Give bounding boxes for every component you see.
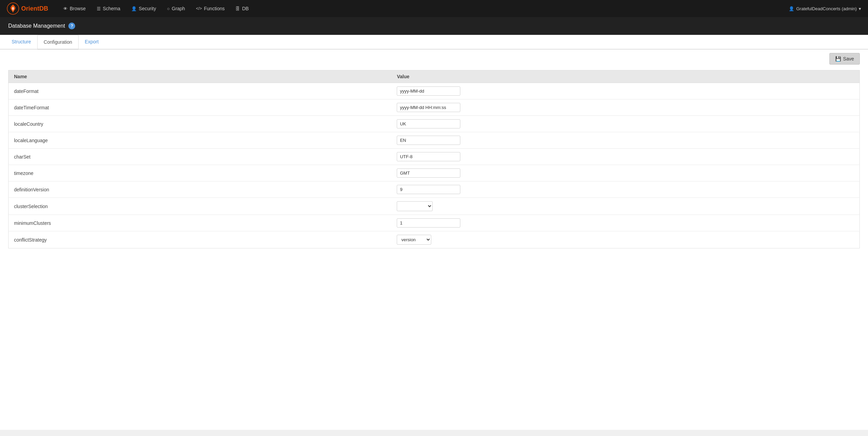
user-icon: 👤 [789,6,794,11]
functions-icon: </> [196,6,202,11]
input-localeLanguage[interactable] [397,136,460,145]
input-localeCountry[interactable] [397,119,460,128]
brand-logo[interactable]: OrientDB [7,2,48,15]
schema-icon: ☰ [97,6,101,11]
save-label: Save [843,56,854,62]
browse-icon: 👁 [63,6,68,11]
row-name-2: localeCountry [9,116,392,132]
config-table-container: Name Value dateFormatdateTimeFormatlocal… [0,70,868,257]
help-button[interactable]: ? [68,23,75,29]
row-name-8: minimumClusters [9,215,392,231]
nav-functions[interactable]: </> Functions [191,3,229,14]
nav-graph[interactable]: ○ Graph [162,3,190,14]
row-value-1 [391,99,859,116]
save-button[interactable]: 💾 Save [829,53,860,65]
row-value-9: versioncontentautomerge [391,231,859,248]
input-timezone[interactable] [397,168,460,178]
tab-configuration-label: Configuration [44,39,72,45]
row-name-3: localeLanguage [9,132,392,149]
row-name-6: definitionVersion [9,181,392,198]
table-row: dateTimeFormat [9,99,860,116]
row-value-5 [391,165,859,181]
page-header: Database Management ? [0,17,868,35]
input-minimumClusters[interactable] [397,218,460,228]
table-row: clusterSelectionround-robindefaultbalanc… [9,198,860,215]
row-name-1: dateTimeFormat [9,99,392,116]
main-content: Structure Configuration Export 💾 Save Na… [0,35,868,430]
nav-browse[interactable]: 👁 Browse [58,3,91,14]
table-row: conflictStrategyversioncontentautomerge [9,231,860,248]
table-body: dateFormatdateTimeFormatlocaleCountryloc… [9,83,860,248]
row-value-7: round-robindefaultbalanced [391,198,859,215]
row-value-0 [391,83,859,99]
row-name-5: timezone [9,165,392,181]
tab-structure[interactable]: Structure [5,35,37,50]
config-table: Name Value dateFormatdateTimeFormatlocal… [8,70,860,248]
row-name-4: charSet [9,149,392,165]
nav-schema[interactable]: ☰ Schema [92,3,125,14]
nav-schema-label: Schema [103,6,120,11]
nav-functions-label: Functions [204,6,225,11]
brand-name: OrientDB [21,5,48,12]
table-head: Name Value [9,70,860,83]
row-value-3 [391,132,859,149]
nav-db[interactable]: 🗄 DB [231,3,253,14]
row-value-6 [391,181,859,198]
table-header-row: Name Value [9,70,860,83]
nav-security[interactable]: 👤 Security [126,3,161,14]
save-area: 💾 Save [0,50,868,70]
table-row: dateFormat [9,83,860,99]
nav-browse-label: Browse [70,6,86,11]
orient-logo-icon [7,2,19,15]
db-icon: 🗄 [235,6,240,11]
select-conflictStrategy[interactable]: versioncontentautomerge [397,235,431,245]
input-dateTimeFormat[interactable] [397,103,460,112]
row-name-0: dateFormat [9,83,392,99]
tab-export[interactable]: Export [79,35,105,50]
tabs-bar: Structure Configuration Export [0,35,868,50]
table-row: definitionVersion [9,181,860,198]
tab-export-label: Export [85,39,98,44]
graph-icon: ○ [167,6,170,11]
table-row: localeCountry [9,116,860,132]
table-row: charSet [9,149,860,165]
tab-configuration[interactable]: Configuration [37,35,79,50]
select-clusterSelection[interactable]: round-robindefaultbalanced [397,201,433,211]
row-value-2 [391,116,859,132]
page-title: Database Management [8,23,65,29]
input-charSet[interactable] [397,152,460,161]
table-row: localeLanguage [9,132,860,149]
row-name-7: clusterSelection [9,198,392,215]
col-value: Value [391,70,859,83]
nav-security-label: Security [139,6,156,11]
save-icon: 💾 [835,56,841,62]
input-definitionVersion[interactable] [397,185,460,194]
brand-orient: Orient [21,5,39,12]
security-icon: 👤 [131,6,137,11]
user-caret-icon: ▾ [859,6,861,11]
navbar: OrientDB 👁 Browse ☰ Schema 👤 Security ○ … [0,0,868,17]
nav-items: 👁 Browse ☰ Schema 👤 Security ○ Graph </>… [58,3,789,14]
brand-db: DB [39,5,48,12]
table-row: timezone [9,165,860,181]
table-row: minimumClusters [9,215,860,231]
nav-db-label: DB [242,6,248,11]
user-menu[interactable]: 👤 GratefulDeadConcerts (admin) ▾ [789,6,861,11]
row-value-8 [391,215,859,231]
user-name: GratefulDeadConcerts (admin) [796,6,857,11]
row-value-4 [391,149,859,165]
row-name-9: conflictStrategy [9,231,392,248]
input-dateFormat[interactable] [397,86,460,96]
nav-graph-label: Graph [172,6,185,11]
col-name: Name [9,70,392,83]
tab-structure-label: Structure [12,39,31,44]
